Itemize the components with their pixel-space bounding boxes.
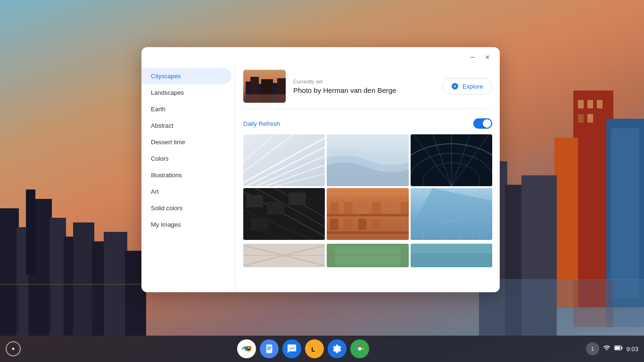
taskbar-left	[6, 341, 21, 356]
photo-grid	[243, 134, 492, 240]
sidebar-item-cityscapes[interactable]: Cityscapes	[141, 68, 231, 84]
taskbar-photos[interactable]	[350, 339, 369, 358]
sidebar-item-dessert-time[interactable]: Dessert time	[141, 134, 231, 150]
svg-rect-78	[358, 219, 367, 230]
taskbar-settings[interactable]	[328, 339, 347, 358]
daily-refresh-row: Daily Refresh	[243, 116, 492, 132]
svg-rect-37	[243, 94, 286, 103]
wallpaper-title: Photo by Herman van den Berge	[293, 86, 435, 94]
taskbar-chrome[interactable]	[237, 339, 256, 358]
sidebar-item-art[interactable]: Art	[141, 183, 231, 200]
photo-item-2[interactable]	[327, 134, 408, 186]
dialog-body: Cityscapes Landscapes Earth Abstract Des…	[141, 64, 500, 292]
svg-rect-102	[266, 345, 272, 353]
svg-rect-64	[247, 195, 263, 207]
photo-item-7[interactable]	[243, 244, 325, 267]
photo-item-5[interactable]	[327, 188, 408, 240]
sidebar-item-abstract[interactable]: Abstract	[141, 117, 231, 134]
toggle-knob	[483, 119, 491, 128]
photos-icon	[355, 344, 365, 354]
svg-rect-79	[372, 219, 381, 230]
svg-rect-77	[344, 219, 353, 230]
system-time: 9:03	[627, 346, 638, 353]
daily-refresh-label: Daily Refresh	[243, 120, 280, 127]
sidebar-item-landscapes[interactable]: Landscapes	[141, 84, 231, 101]
svg-point-107	[291, 348, 292, 349]
svg-rect-74	[387, 202, 395, 214]
currently-set-label: Currently set	[293, 79, 435, 84]
svg-rect-76	[330, 219, 339, 230]
svg-rect-103	[267, 346, 272, 347]
taskbar-right: 1 9:03	[586, 342, 638, 355]
photo-item-6[interactable]	[411, 188, 492, 240]
sidebar-item-earth[interactable]: Earth	[141, 101, 231, 117]
current-wallpaper-info: Currently set Photo by Herman van den Be…	[293, 79, 435, 94]
launcher-icon	[10, 346, 17, 352]
svg-rect-105	[267, 349, 270, 350]
svg-point-99	[12, 348, 15, 350]
photo-grid-section: Daily Refresh	[243, 116, 492, 267]
notification-badge[interactable]: 1	[586, 342, 599, 355]
photo-item-4[interactable]	[243, 188, 325, 240]
svg-rect-98	[411, 253, 492, 267]
wifi-icon	[603, 344, 611, 354]
sidebar-item-illustrations[interactable]: Illustrations	[141, 167, 231, 183]
chrome-icon	[241, 343, 252, 354]
svg-rect-73	[372, 202, 381, 214]
sidebar-item-my-images[interactable]: My Images	[141, 216, 231, 233]
sidebar-item-solid-colors[interactable]: Solid colors	[141, 200, 231, 216]
svg-rect-115	[615, 346, 620, 350]
photo-item-3[interactable]	[411, 134, 492, 186]
battery-icon	[614, 345, 623, 353]
daily-refresh-toggle[interactable]	[473, 118, 492, 129]
photo-item-9[interactable]	[411, 244, 492, 267]
svg-point-112	[358, 347, 362, 350]
taskbar-docs[interactable]	[260, 339, 279, 358]
close-button[interactable]: ×	[481, 51, 494, 64]
category-sidebar: Cityscapes Landscapes Earth Abstract Des…	[141, 64, 236, 292]
minimize-button[interactable]: −	[466, 51, 479, 64]
main-content: Currently set Photo by Herman van den Be…	[236, 64, 500, 292]
svg-rect-104	[267, 348, 272, 348]
taskbar-l-app[interactable]: L	[305, 339, 324, 358]
explore-icon	[451, 82, 459, 90]
svg-rect-81	[327, 231, 408, 234]
photo-item-8[interactable]	[327, 244, 408, 267]
taskbar-chat[interactable]	[282, 339, 301, 358]
svg-rect-114	[621, 347, 622, 349]
taskbar: L 1	[0, 336, 644, 362]
svg-rect-80	[327, 214, 408, 216]
svg-rect-70	[330, 202, 339, 214]
svg-rect-72	[358, 202, 367, 214]
wallpaper-dialog: − × Cityscapes Landscapes Earth Abstract…	[141, 47, 500, 292]
docs-icon	[264, 344, 274, 354]
current-wallpaper-section: Currently set Photo by Herman van den Be…	[243, 70, 492, 109]
current-wallpaper-thumbnail	[243, 70, 286, 103]
svg-point-108	[293, 348, 294, 349]
explore-label: Explore	[462, 83, 483, 90]
sidebar-item-colors[interactable]: Colors	[141, 150, 231, 167]
svg-text:L: L	[312, 346, 315, 353]
taskbar-center: L	[237, 339, 369, 358]
notification-count: 1	[591, 346, 594, 352]
svg-rect-67	[251, 219, 268, 230]
settings-icon	[332, 344, 342, 354]
launcher-button[interactable]	[6, 341, 21, 356]
photo-item-1[interactable]	[243, 134, 325, 186]
dialog-header: − ×	[141, 47, 500, 64]
svg-point-106	[290, 348, 291, 349]
l-app-icon: L	[309, 344, 320, 354]
explore-button[interactable]: Explore	[442, 78, 492, 94]
svg-rect-65	[268, 202, 284, 214]
chat-icon	[287, 344, 297, 354]
svg-rect-75	[401, 202, 409, 214]
photo-grid-bottom	[243, 244, 492, 267]
svg-rect-71	[344, 202, 353, 214]
svg-rect-66	[289, 193, 305, 205]
